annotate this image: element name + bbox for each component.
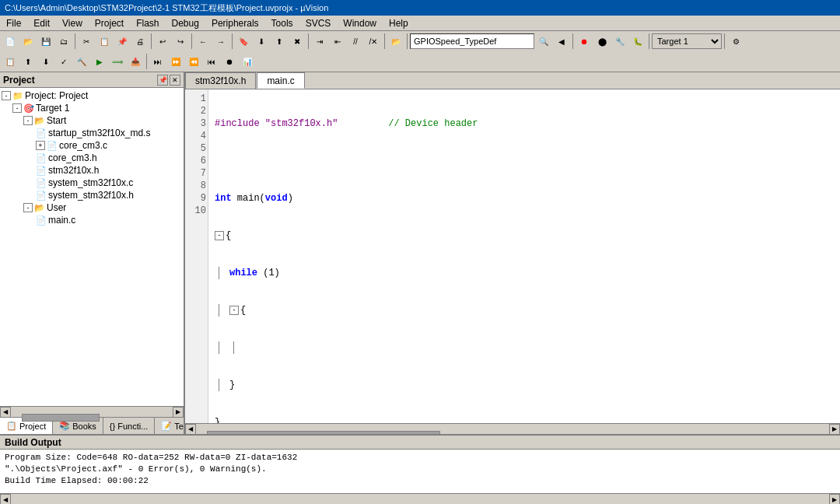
tb2-btn7[interactable]: ⟹ (109, 53, 126, 70)
menu-peripherals[interactable]: Peripherals (205, 16, 265, 30)
panel-close-button[interactable]: ✕ (170, 75, 180, 86)
comment-button[interactable]: // (347, 33, 364, 50)
build-scroll-left[interactable]: ◀ (0, 494, 11, 504)
menu-svcs[interactable]: SVCS (299, 16, 338, 30)
expand-core-c[interactable]: + (36, 141, 45, 150)
tb2-btn11[interactable]: ⏪ (185, 53, 202, 70)
undo-button[interactable]: ↩ (154, 33, 171, 50)
code-editor[interactable]: 1 2 3 4 5 6 7 8 9 10 #include "stm32f10x… (185, 89, 840, 423)
cut-button[interactable]: ✂ (78, 33, 95, 50)
print-button[interactable]: 🖨 (131, 33, 149, 50)
tree-item-system-c[interactable]: 📄 system_stm32f10x.c (2, 177, 182, 189)
expand-target1[interactable]: - (12, 103, 22, 113)
build-button[interactable]: 🔧 (611, 33, 628, 50)
tree-item-system-h[interactable]: 📄 system_stm32f10x.h (2, 189, 182, 201)
tb2-btn3[interactable]: ⬇ (37, 53, 54, 70)
tab-templates[interactable]: 📝 Templ... (155, 418, 185, 434)
tree-item-project-root[interactable]: - 📁 Project: Project (2, 89, 182, 102)
build-output-content[interactable]: Program Size: Code=648 RO-data=252 RW-da… (0, 450, 840, 493)
new-file-button[interactable]: 📄 (2, 33, 19, 50)
tb2-btn6[interactable]: ▶ (91, 53, 108, 70)
tb2-btn14[interactable]: 📊 (239, 53, 256, 70)
tree-item-stm32h[interactable]: 📄 stm32f10x.h (2, 164, 182, 177)
open-file-tb-button[interactable]: 📂 (387, 33, 404, 50)
copy-button[interactable]: 📋 (96, 33, 113, 50)
settings-button[interactable]: ⚙ (727, 33, 744, 50)
tree-item-core-h[interactable]: 📄 core_cm3.h (2, 152, 182, 164)
menu-edit[interactable]: Edit (27, 16, 56, 30)
tree-item-user[interactable]: - 📂 User (2, 201, 182, 214)
tab-project-label: Project (19, 422, 46, 431)
save-all-button[interactable]: 🗂 (55, 33, 72, 50)
tb2-btn12[interactable]: ⏮ (203, 53, 220, 70)
bookmark-button[interactable]: 🔖 (235, 33, 252, 50)
line-numbers: 1 2 3 4 5 6 7 8 9 10 (185, 89, 208, 423)
nav-forward-button[interactable]: → (212, 33, 229, 50)
tb2-btn1[interactable]: 📋 (2, 53, 19, 70)
editor-scroll-left[interactable]: ◀ (185, 424, 196, 435)
menu-project[interactable]: Project (89, 16, 130, 30)
tab-books-label: Books (72, 422, 96, 431)
target-select[interactable]: Target 1 (652, 33, 722, 49)
search-button[interactable]: 🔍 (535, 33, 552, 50)
user-icon: 📂 (34, 203, 45, 213)
menu-window[interactable]: Window (337, 16, 383, 30)
save-button[interactable]: 💾 (37, 33, 54, 50)
tree-item-start[interactable]: - 📂 Start (2, 114, 182, 127)
expand-start[interactable]: - (23, 116, 33, 125)
tab-functions[interactable]: {} Functi... (103, 418, 155, 434)
tb2-btn13[interactable]: ⏺ (221, 53, 238, 70)
search-input[interactable] (410, 33, 534, 49)
menu-view[interactable]: View (56, 16, 89, 30)
tree-scroll-left[interactable]: ◀ (0, 407, 11, 418)
tb2-btn4[interactable]: ✓ (55, 53, 72, 70)
expand-user[interactable]: - (23, 203, 33, 212)
unindent-button[interactable]: ⇤ (329, 33, 346, 50)
next-bookmark-button[interactable]: ⬇ (253, 33, 270, 50)
toolbar-sep-3 (191, 33, 192, 49)
menu-flash[interactable]: Flash (130, 16, 165, 30)
tree-hscrollbar[interactable]: ◀ ▶ (0, 406, 184, 417)
stop-button[interactable]: ⬤ (593, 33, 611, 50)
tree-item-main[interactable]: 📄 main.c (2, 214, 182, 226)
prev-bookmark-button[interactable]: ⬆ (271, 33, 288, 50)
clear-bookmark-button[interactable]: ✖ (289, 33, 306, 50)
fold-line-6a (219, 304, 219, 317)
tree-item-core-c[interactable]: + 📄 core_cm3.c (2, 139, 182, 152)
fold-4[interactable]: - (215, 231, 224, 240)
editor-hscrollbar[interactable]: ◀ ▶ (185, 423, 840, 434)
build-hscrollbar[interactable]: ◀ ▶ (0, 493, 840, 504)
editor-tab-stm32h[interactable]: stm32f10x.h (185, 72, 256, 89)
editor-scroll-right[interactable]: ▶ (829, 424, 840, 435)
nav-back-button[interactable]: ← (194, 33, 212, 50)
tb2-btn8[interactable]: 📥 (127, 53, 144, 70)
open-file-button[interactable]: 📂 (19, 33, 37, 50)
code-area[interactable]: #include "stm32f10x.h" // Device header … (208, 89, 840, 423)
tree-item-startup[interactable]: 📄 startup_stm32f10x_md.s (2, 127, 182, 139)
tb2-btn5[interactable]: 🔨 (73, 53, 90, 70)
fold-6[interactable]: - (229, 306, 239, 315)
build-scroll-right[interactable]: ▶ (829, 494, 840, 504)
tb2-btn2[interactable]: ⬆ (19, 53, 37, 70)
menu-help[interactable]: Help (383, 16, 415, 30)
panel-pin-button[interactable]: 📌 (157, 75, 168, 86)
indent-button[interactable]: ⇥ (311, 33, 328, 50)
tree-scroll-right[interactable]: ▶ (173, 407, 184, 418)
editor-tab-mainc[interactable]: main.c (257, 72, 304, 89)
debug-button[interactable]: 🐛 (629, 33, 646, 50)
menu-debug[interactable]: Debug (166, 16, 205, 30)
tree-item-target1[interactable]: - 🎯 Target 1 (2, 102, 182, 114)
menu-file[interactable]: File (0, 16, 27, 30)
redo-button[interactable]: ↪ (172, 33, 189, 50)
run-button[interactable]: ⏺ (576, 33, 593, 50)
menu-tools[interactable]: Tools (265, 16, 299, 30)
tb2-btn9[interactable]: ⏭ (149, 53, 166, 70)
uncomment-button[interactable]: /✕ (365, 33, 382, 50)
main-label: main.c (48, 215, 75, 226)
tb2-btn10[interactable]: ⏩ (167, 53, 184, 70)
build-scroll-track[interactable] (11, 494, 829, 504)
expand-project-root[interactable]: - (2, 91, 11, 100)
search-prev-button[interactable]: ◀ (553, 33, 570, 50)
code-line-5: while (1) (215, 267, 834, 279)
paste-button[interactable]: 📌 (114, 33, 131, 50)
